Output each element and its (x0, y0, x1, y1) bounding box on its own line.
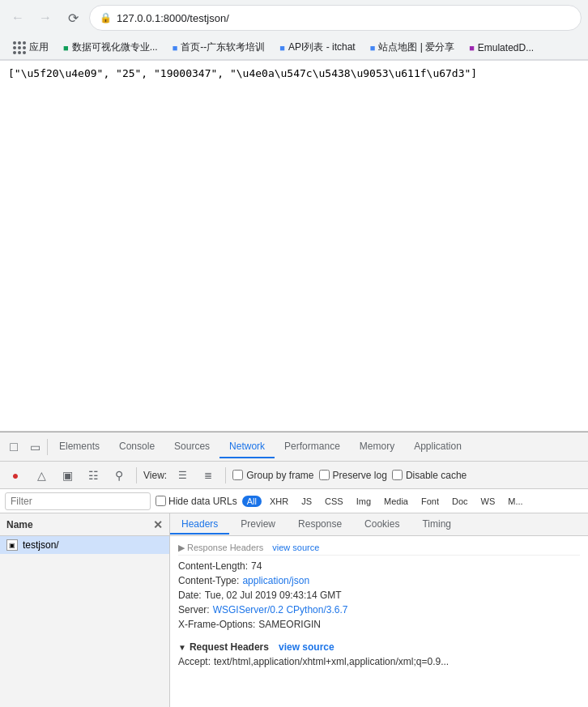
preserve-log-label: Preserve log (333, 470, 387, 481)
browser-nav: ← → ⟳ 🔒 127.0.0.1:8000/testjson/ (0, 0, 588, 36)
bookmark-5[interactable]: ■ EmulatedD... (462, 40, 540, 56)
bookmark-5-label: EmulatedD... (478, 42, 534, 53)
clear-button[interactable]: △ (31, 465, 52, 486)
filter-type-all[interactable]: All (242, 496, 262, 507)
reload-button[interactable]: ⟳ (62, 6, 84, 29)
bookmark-1-icon: ■ (63, 43, 69, 53)
filter-type-more[interactable]: M... (503, 496, 527, 507)
filter-type-media[interactable]: Media (379, 496, 413, 507)
tab-memory[interactable]: Memory (350, 436, 404, 458)
tab-application[interactable]: Application (404, 436, 471, 458)
search-button[interactable]: ⚲ (109, 465, 130, 486)
response-headers-view-source[interactable]: view source (272, 543, 319, 552)
tab-divider (47, 439, 48, 455)
bookmark-2-label: 首页--广东软考培训 (181, 40, 265, 54)
filter-type-xhr[interactable]: XHR (265, 496, 293, 507)
hide-data-urls-input[interactable] (156, 496, 166, 506)
url-text: 127.0.0.1:8000/testjson/ (117, 12, 571, 24)
hide-data-urls-label: Hide data URLs (168, 496, 237, 507)
request-headers-title[interactable]: ▼ Request Headers view source (178, 637, 580, 654)
preserve-log-checkbox[interactable]: Preserve log (319, 470, 387, 481)
filter-type-ws[interactable]: WS (476, 496, 501, 507)
detail-tab-cookies[interactable]: Cookies (353, 515, 411, 535)
header-key-date: Date: (178, 590, 202, 601)
detail-tab-headers[interactable]: Headers (170, 515, 229, 535)
tab-network[interactable]: Network (219, 436, 275, 458)
view-label: View: (143, 470, 167, 481)
header-key-server: Server: (178, 604, 210, 615)
filter-type-css[interactable]: CSS (320, 496, 348, 507)
network-panel: Name ✕ ▣ testjson/ Headers Preview Respo… (0, 513, 588, 707)
address-bar[interactable]: 🔒 127.0.0.1:8000/testjson/ (89, 5, 582, 31)
detail-content: ▶ Response Headers view source Content-L… (170, 536, 588, 707)
response-headers-stub: ▶ Response Headers view source (178, 541, 580, 556)
group-by-frame-checkbox[interactable]: Group by frame (232, 470, 313, 481)
toolbar-divider-2 (225, 467, 226, 483)
bookmark-4-icon: ■ (370, 43, 376, 53)
apps-bookmark[interactable]: 应用 (6, 38, 55, 57)
name-column-header: Name (6, 519, 33, 530)
forward-button[interactable]: → (34, 6, 57, 29)
filter-type-img[interactable]: Img (352, 496, 376, 507)
bookmark-1[interactable]: ■ 数据可视化微专业... (57, 38, 164, 57)
detail-panel: Headers Preview Response Cookies Timing … (170, 513, 588, 707)
devtools-tabbar: □ ▭ Elements Console Sources Network Per… (0, 432, 588, 462)
request-headers-label: Request Headers (190, 641, 269, 653)
header-value-date: Tue, 02 Jul 2019 09:43:14 GMT (205, 590, 342, 601)
record-button[interactable]: ● (5, 465, 26, 486)
header-value-content-length: 74 (251, 560, 262, 572)
filter-type-js[interactable]: JS (296, 496, 317, 507)
apps-grid-icon (13, 41, 26, 54)
request-headers-section: Accept: text/html,application/xhtml+xml,… (178, 654, 580, 669)
request-headers-view-source[interactable]: view source (279, 641, 334, 653)
tab-performance[interactable]: Performance (275, 436, 350, 458)
network-list-header: Name ✕ (0, 513, 169, 536)
devtools-panel: □ ▭ Elements Console Sources Network Per… (0, 432, 588, 707)
lock-icon: 🔒 (100, 12, 112, 23)
apps-label: 应用 (29, 40, 49, 54)
bookmark-4-label: 站点地图 | 爱分享 (378, 40, 454, 54)
bookmark-3[interactable]: ■ API列表 - itchat (273, 38, 361, 57)
tab-sources[interactable]: Sources (164, 436, 219, 458)
bookmark-2[interactable]: ■ 首页--广东软考培训 (166, 38, 272, 57)
toolbar-divider-1 (136, 467, 137, 483)
header-key-content-length: Content-Length: (178, 560, 248, 572)
detail-tab-response[interactable]: Response (287, 515, 353, 535)
bookmark-4[interactable]: ■ 站点地图 | 爱分享 (364, 38, 461, 57)
header-accept: Accept: text/html,application/xhtml+xml,… (178, 654, 580, 669)
header-value-content-type: application/json (242, 575, 309, 586)
back-button[interactable]: ← (6, 6, 29, 29)
bookmark-3-icon: ■ (279, 43, 285, 53)
group-by-frame-input[interactable] (232, 470, 243, 480)
view-list-button[interactable]: ☰ (172, 465, 193, 486)
preserve-log-input[interactable] (319, 470, 330, 480)
filter-input[interactable] (5, 492, 151, 510)
network-item-name: testjson/ (23, 539, 59, 551)
tab-console[interactable]: Console (109, 436, 164, 458)
close-detail-button[interactable]: ✕ (153, 518, 163, 531)
file-icon: ▣ (6, 539, 18, 551)
tab-elements[interactable]: Elements (49, 436, 109, 458)
detail-tab-timing[interactable]: Timing (411, 515, 462, 535)
bookmark-2-icon: ■ (173, 43, 178, 53)
header-content-type: Content-Type: application/json (178, 573, 580, 588)
filter-button[interactable]: ☷ (83, 465, 104, 486)
network-list-item[interactable]: ▣ testjson/ (0, 536, 169, 554)
header-value-xframe: SAMEORIGIN (258, 619, 321, 630)
header-key-content-type: Content-Type: (178, 575, 239, 586)
group-by-frame-label: Group by frame (246, 470, 313, 481)
disable-cache-checkbox[interactable]: Disable cache (392, 470, 467, 481)
view-detail-button[interactable]: ≣ (198, 465, 219, 486)
disable-cache-input[interactable] (392, 470, 403, 480)
filter-type-font[interactable]: Font (416, 496, 444, 507)
filter-type-doc[interactable]: Doc (447, 496, 473, 507)
disable-cache-label: Disable cache (406, 470, 467, 481)
hide-data-urls-checkbox[interactable]: Hide data URLs (156, 496, 237, 507)
network-toolbar: ● △ ▣ ☷ ⚲ View: ☰ ≣ Group by frame Prese… (0, 462, 588, 489)
devtools-device-button[interactable]: ▭ (24, 437, 45, 458)
devtools-inspect-button[interactable]: □ (3, 437, 24, 458)
capture-screenshot-button[interactable]: ▣ (57, 465, 78, 486)
response-headers-stub-label: ▶ Response Headers (178, 543, 263, 552)
detail-tab-preview[interactable]: Preview (229, 515, 287, 535)
header-key-accept: Accept: (178, 656, 211, 667)
